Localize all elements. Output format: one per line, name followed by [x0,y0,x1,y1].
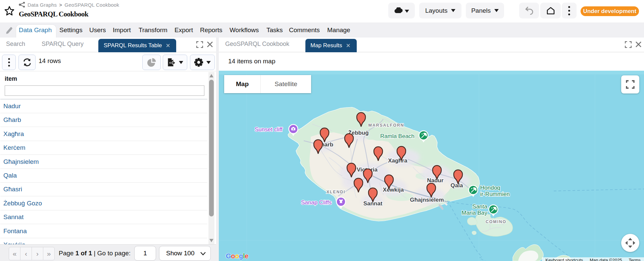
svg-text:Xewkija: Xewkija [383,187,404,193]
svg-text:Santa: Santa [473,203,488,210]
svg-text:Sunset cliff: Sunset cliff [255,126,283,133]
svg-text:COMINO: COMINO [486,219,506,224]
svg-text:Hondoq: Hondoq [480,185,500,191]
svg-text:Ramla Beach: Ramla Beach [380,133,414,139]
svg-text:Qala: Qala [451,182,463,189]
svg-text:Għajnsielem: Għajnsielem [410,197,444,203]
svg-text:Maria Bay: Maria Bay [461,210,487,216]
svg-text:ir-Rummien: ir-Rummien [480,191,510,197]
svg-text:Xagħra: Xagħra [388,157,407,164]
svg-text:Sanap Cliffs: Sanap Cliffs [301,199,332,206]
svg-text:MARSALFORN: MARSALFORN [368,123,404,128]
svg-text:Nadur: Nadur [427,177,444,184]
svg-text:XLENDI: XLENDI [327,190,346,194]
